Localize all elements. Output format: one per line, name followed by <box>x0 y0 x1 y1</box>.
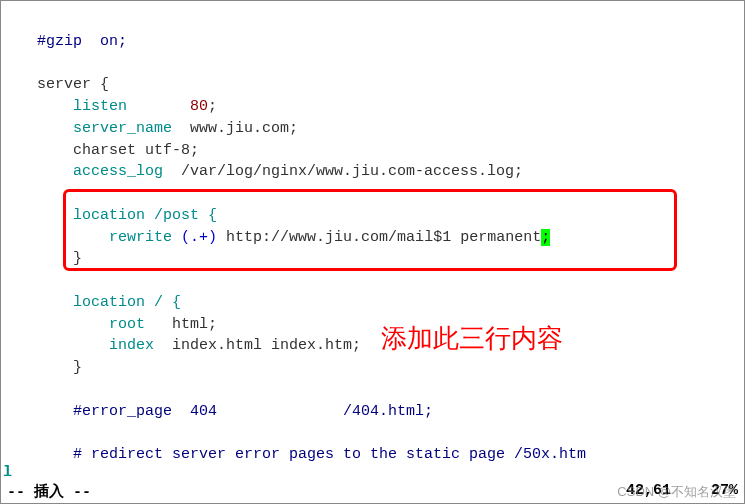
blank-line <box>1 185 10 202</box>
vim-mode: -- 插入 -- <box>7 482 91 501</box>
code-line: } <box>1 250 82 267</box>
code-line: server_name www.jiu.com; <box>1 120 298 137</box>
code-line: listen 80; <box>1 98 217 115</box>
code-line: # redirect server error pages to the sta… <box>1 446 586 463</box>
cursor-position: ; <box>541 229 550 246</box>
code-line: access_log /var/log/nginx/www.jiu.com-ac… <box>1 163 523 180</box>
code-line: root html; <box>1 316 217 333</box>
code-line: #error_page 404 /404.html; <box>1 403 433 420</box>
blank-line <box>1 55 10 72</box>
blank-line <box>1 424 10 441</box>
comment: #gzip on; <box>37 33 127 50</box>
nginx-config-code: #gzip on; server { listen 80; server_nam… <box>1 1 744 466</box>
left-marker: l <box>3 464 12 481</box>
watermark: CSDN @不知名汉堡 <box>617 483 736 501</box>
code-line: } <box>1 359 82 376</box>
code-line: location /post { <box>1 207 217 224</box>
annotation-text: 添加此三行内容 <box>381 321 563 356</box>
code-line: #gzip on; <box>1 33 127 50</box>
blank-line <box>1 272 10 289</box>
code-line: index index.html index.htm; <box>1 337 361 354</box>
code-line: charset utf-8; <box>1 142 199 159</box>
blank-line <box>1 381 10 398</box>
code-line: rewrite (.+) http://www.jiu.com/mail$1 p… <box>1 229 550 246</box>
code-line: location / { <box>1 294 181 311</box>
code-line: server { <box>1 76 109 93</box>
